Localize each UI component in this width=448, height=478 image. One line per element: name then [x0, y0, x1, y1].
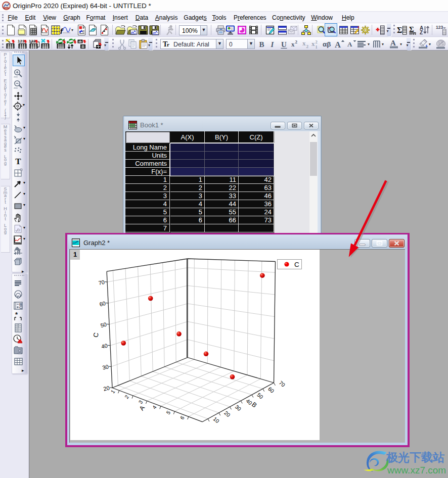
svg-text:C: C	[92, 332, 100, 338]
svg-text:x: x	[311, 40, 315, 47]
svg-text:C: C	[294, 261, 299, 268]
svg-text:40: 40	[101, 343, 108, 350]
svg-text:A: A	[335, 40, 341, 50]
svg-text:T: T	[15, 157, 21, 166]
svg-text:x: x	[291, 40, 295, 48]
svg-text:20: 20	[223, 410, 232, 418]
svg-text:1: 1	[109, 389, 116, 395]
svg-text:www.xz7.com: www.xz7.com	[387, 465, 446, 475]
svg-text:50: 50	[256, 392, 264, 400]
svg-text:2: 2	[295, 39, 298, 44]
svg-text:60: 60	[99, 300, 106, 307]
svg-text:U: U	[281, 40, 287, 49]
svg-text:6: 6	[179, 415, 186, 421]
svg-text:a: a	[18, 227, 20, 232]
svg-text:3: 3	[137, 399, 144, 405]
svg-text:Z: Z	[420, 30, 423, 35]
svg-text:1: 1	[316, 44, 318, 50]
svg-text:4: 4	[151, 404, 158, 410]
svg-text:I: I	[270, 40, 274, 49]
svg-text:70: 70	[278, 379, 287, 388]
svg-text:f: f	[60, 27, 63, 35]
svg-text:123: 123	[18, 39, 25, 43]
svg-text:x: x	[302, 39, 306, 47]
svg-text:50: 50	[100, 321, 107, 328]
svg-text:A: A	[138, 404, 147, 412]
svg-text:10: 10	[212, 415, 220, 424]
svg-text:C: C	[19, 305, 22, 310]
svg-text:123: 123	[29, 39, 36, 43]
svg-text:30: 30	[234, 404, 243, 412]
svg-text:B: B	[259, 40, 264, 49]
svg-text:A: A	[390, 39, 396, 47]
svg-text:123: 123	[436, 25, 443, 30]
svg-text:2: 2	[306, 44, 309, 49]
svg-text:Σ: Σ	[409, 25, 414, 33]
svg-text:A: A	[347, 40, 352, 48]
svg-text:极光下载站: 极光下载站	[386, 451, 444, 464]
svg-text:60: 60	[267, 386, 276, 394]
svg-text:Σ: Σ	[397, 26, 402, 34]
svg-text:70: 70	[98, 279, 105, 286]
svg-text:αβ: αβ	[323, 40, 331, 48]
svg-text:30: 30	[102, 363, 109, 370]
svg-text:5: 5	[165, 409, 171, 415]
svg-text:2: 2	[316, 39, 318, 44]
svg-text:2: 2	[123, 394, 130, 400]
